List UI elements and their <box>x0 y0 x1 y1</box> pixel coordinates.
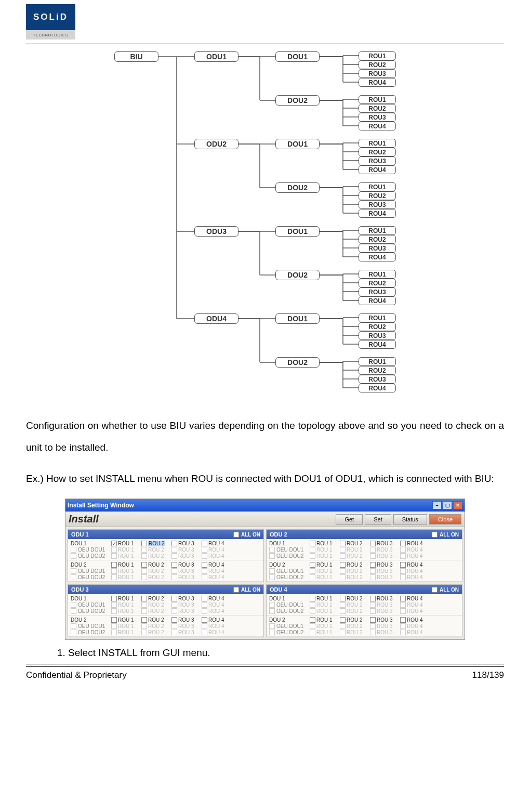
rou-checkbox[interactable]: ROU 2 <box>340 617 367 623</box>
rou-checkbox[interactable]: ROU 1 <box>111 596 138 601</box>
rou-checkbox[interactable]: ROU 3 <box>171 553 198 559</box>
rou-checkbox[interactable]: ROU 4 <box>400 623 427 629</box>
rou-checkbox[interactable]: ROU 3 <box>370 630 397 635</box>
rou-checkbox[interactable]: ROU 4 <box>202 608 229 614</box>
rou-checkbox[interactable]: ROU 1 <box>111 623 138 629</box>
rou-checkbox[interactable]: ROU 1 <box>310 596 337 601</box>
all-on-toggle[interactable]: ALL ON <box>432 532 459 538</box>
all-on-toggle[interactable]: ALL ON <box>432 587 459 593</box>
rou-checkbox[interactable]: ROU 1 <box>310 574 337 580</box>
rou-checkbox[interactable]: ROU 1 <box>310 617 337 623</box>
get-button[interactable]: Get <box>336 514 363 525</box>
rou-checkbox[interactable]: ROU 4 <box>202 630 229 635</box>
rou-checkbox[interactable]: ROU 1 <box>310 547 337 553</box>
rou-checkbox[interactable]: ROU 2 <box>141 617 168 623</box>
oeu-checkbox[interactable] <box>269 623 275 629</box>
oeu-checkbox[interactable] <box>71 602 76 608</box>
rou-checkbox[interactable]: ROU 1 <box>111 617 138 623</box>
rou-checkbox[interactable]: ROU 2 <box>141 547 168 553</box>
rou-checkbox[interactable]: ROU 4 <box>400 630 427 635</box>
oeu-checkbox[interactable] <box>71 547 76 553</box>
rou-checkbox[interactable]: ROU 1 <box>310 623 337 629</box>
rou-checkbox[interactable]: ROU 2 <box>340 568 367 574</box>
rou-checkbox[interactable]: ROU 4 <box>202 541 229 546</box>
rou-checkbox[interactable]: ROU 3 <box>171 617 198 623</box>
rou-checkbox[interactable]: ROU 2 <box>141 568 168 574</box>
rou-checkbox[interactable]: ROU 3 <box>370 617 397 623</box>
rou-checkbox[interactable]: ROU 4 <box>202 562 229 568</box>
rou-checkbox[interactable]: ROU 1 <box>111 630 138 635</box>
rou-checkbox[interactable]: ✓ROU 1 <box>111 541 138 546</box>
rou-checkbox[interactable]: ROU 4 <box>202 617 229 623</box>
rou-checkbox[interactable]: ROU 4 <box>202 623 229 629</box>
rou-checkbox[interactable]: ROU 3 <box>171 547 198 553</box>
rou-checkbox[interactable]: ROU 1 <box>111 574 138 580</box>
rou-checkbox[interactable]: ROU 1 <box>111 568 138 574</box>
rou-checkbox[interactable]: ROU 2 <box>141 630 168 635</box>
all-on-toggle[interactable]: ALL ON <box>233 532 260 538</box>
close-button[interactable]: Close <box>429 514 461 525</box>
rou-checkbox[interactable]: ROU 1 <box>310 608 337 614</box>
rou-checkbox[interactable]: ROU 2 <box>340 562 367 568</box>
rou-checkbox[interactable]: ROU 2 <box>340 630 367 635</box>
rou-checkbox[interactable]: ROU 3 <box>171 574 198 580</box>
rou-checkbox[interactable]: ROU 4 <box>202 547 229 553</box>
rou-checkbox[interactable]: ROU 1 <box>310 602 337 608</box>
rou-checkbox[interactable]: ROU 2 <box>340 602 367 608</box>
rou-checkbox[interactable]: ROU 3 <box>370 596 397 601</box>
rou-checkbox[interactable]: ROU 4 <box>400 574 427 580</box>
rou-checkbox[interactable]: ROU 1 <box>111 608 138 614</box>
oeu-checkbox[interactable] <box>71 608 76 614</box>
rou-checkbox[interactable]: ROU 2 <box>141 574 168 580</box>
rou-checkbox[interactable]: ROU 3 <box>370 608 397 614</box>
rou-checkbox[interactable]: ROU 3 <box>370 602 397 608</box>
rou-checkbox[interactable]: ROU 1 <box>111 553 138 559</box>
rou-checkbox[interactable]: ROU 3 <box>171 596 198 601</box>
rou-checkbox[interactable]: ROU 1 <box>111 602 138 608</box>
rou-checkbox[interactable]: ROU 3 <box>370 547 397 553</box>
rou-checkbox[interactable]: ROU 4 <box>400 596 427 601</box>
oeu-checkbox[interactable] <box>71 568 76 574</box>
oeu-checkbox[interactable] <box>269 568 275 574</box>
oeu-checkbox[interactable] <box>71 553 76 559</box>
all-on-toggle[interactable]: ALL ON <box>233 587 260 593</box>
oeu-checkbox[interactable] <box>269 547 275 553</box>
rou-checkbox[interactable]: ROU 1 <box>111 547 138 553</box>
rou-checkbox[interactable]: ROU 2 <box>141 541 168 546</box>
rou-checkbox[interactable]: ROU 4 <box>400 547 427 553</box>
rou-checkbox[interactable]: ROU 1 <box>310 553 337 559</box>
rou-checkbox[interactable]: ROU 3 <box>171 630 198 635</box>
rou-checkbox[interactable]: ROU 4 <box>202 602 229 608</box>
minimize-icon[interactable]: – <box>432 501 442 509</box>
rou-checkbox[interactable]: ROU 4 <box>400 553 427 559</box>
oeu-checkbox[interactable] <box>269 630 275 635</box>
rou-checkbox[interactable]: ROU 4 <box>400 568 427 574</box>
rou-checkbox[interactable]: ROU 3 <box>370 568 397 574</box>
close-icon[interactable]: ✕ <box>453 501 462 509</box>
rou-checkbox[interactable]: ROU 2 <box>141 608 168 614</box>
rou-checkbox[interactable]: ROU 2 <box>340 574 367 580</box>
rou-checkbox[interactable]: ROU 4 <box>202 553 229 559</box>
rou-checkbox[interactable]: ROU 3 <box>370 541 397 546</box>
rou-checkbox[interactable]: ROU 3 <box>370 623 397 629</box>
rou-checkbox[interactable]: ROU 4 <box>400 541 427 546</box>
rou-checkbox[interactable]: ROU 2 <box>340 623 367 629</box>
rou-checkbox[interactable]: ROU 2 <box>340 596 367 601</box>
oeu-checkbox[interactable] <box>269 602 275 608</box>
set-button[interactable]: Set <box>365 514 391 525</box>
rou-checkbox[interactable]: ROU 4 <box>400 602 427 608</box>
maximize-icon[interactable]: ▢ <box>443 501 452 509</box>
oeu-checkbox[interactable] <box>269 574 275 580</box>
rou-checkbox[interactable]: ROU 3 <box>171 541 198 546</box>
rou-checkbox[interactable]: ROU 3 <box>370 574 397 580</box>
rou-checkbox[interactable]: ROU 2 <box>141 602 168 608</box>
rou-checkbox[interactable]: ROU 1 <box>310 562 337 568</box>
oeu-checkbox[interactable] <box>71 630 76 635</box>
oeu-checkbox[interactable] <box>71 574 76 580</box>
rou-checkbox[interactable]: ROU 4 <box>202 574 229 580</box>
rou-checkbox[interactable]: ROU 2 <box>141 553 168 559</box>
rou-checkbox[interactable]: ROU 2 <box>340 608 367 614</box>
rou-checkbox[interactable]: ROU 1 <box>111 562 138 568</box>
rou-checkbox[interactable]: ROU 4 <box>400 617 427 623</box>
oeu-checkbox[interactable] <box>269 553 275 559</box>
